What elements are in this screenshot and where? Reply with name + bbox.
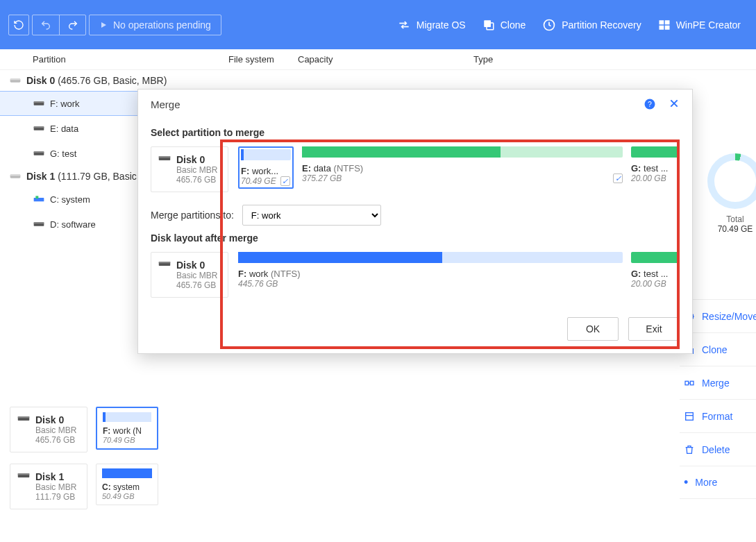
checkbox-f[interactable]: ✓: [280, 176, 290, 186]
bottom-disk0-card[interactable]: Disk 0 Basic MBR 465.76 GB: [10, 407, 87, 452]
disk-icon: [10, 77, 21, 84]
pending-ops-button[interactable]: No operations pending: [89, 15, 221, 35]
merge-to-label: Merge partitions to:: [151, 210, 234, 221]
refresh-icon: [13, 19, 24, 31]
redo-icon: [67, 19, 78, 31]
merge-part-e[interactable]: E: data (NTFS) 375.27 GB ✓: [302, 146, 623, 189]
clone-icon: [482, 19, 495, 31]
merge-part-g[interactable]: G: test ... 20.00 GB: [631, 146, 680, 189]
pie-chart-icon: [707, 153, 756, 209]
system-partition-icon: [33, 196, 44, 203]
action-delete[interactable]: Delete: [680, 432, 756, 466]
dialog-title: Merge: [151, 99, 180, 110]
disk-icon: [158, 154, 171, 162]
undo-icon: [40, 19, 51, 31]
disk-icon: [158, 260, 171, 268]
merge-icon: [684, 378, 695, 389]
svg-rect-34: [159, 156, 171, 158]
partition-icon: [33, 221, 44, 228]
disk-icon: [17, 471, 30, 480]
svg-rect-5: [659, 25, 664, 29]
svg-rect-25: [690, 381, 694, 384]
svg-rect-14: [34, 151, 44, 153]
after-disk-block: Disk 0 Basic MBR 465.76 GB F: work (NTFS…: [151, 252, 680, 298]
svg-rect-4: [664, 20, 669, 24]
after-part-g: G: test ... 20.00 GB: [631, 252, 680, 289]
disk-row-0[interactable]: Disk 0 (465.76 GB, Basic, MBR): [0, 70, 687, 91]
after-disk-summary: Disk 0 Basic MBR 465.76 GB: [151, 252, 228, 298]
svg-text:?: ?: [648, 100, 652, 108]
clone-button[interactable]: Clone: [476, 19, 533, 31]
exit-button[interactable]: Exit: [628, 317, 680, 341]
svg-rect-12: [34, 126, 44, 128]
close-icon[interactable]: [669, 98, 680, 109]
bottom-disk-layout: Disk 0 Basic MBR 465.76 GB F: work (N 70…: [10, 407, 158, 509]
svg-rect-30: [18, 473, 30, 475]
format-icon: [684, 411, 695, 422]
storage-pie: Total 70.49 GE: [707, 153, 756, 234]
recovery-icon: [542, 18, 556, 32]
svg-rect-28: [18, 416, 30, 418]
action-merge[interactable]: Merge: [680, 366, 756, 399]
after-layout-label: Disk layout after merge: [151, 232, 680, 244]
source-disk-summary: Disk 0 Basic MBR 465.76 GB: [151, 146, 228, 192]
svg-rect-8: [10, 78, 21, 80]
svg-rect-24: [685, 381, 689, 384]
svg-rect-16: [10, 174, 21, 176]
undo-button[interactable]: [33, 15, 59, 35]
after-part-f: F: work (NTFS) 445.76 GB: [238, 252, 623, 289]
col-partition[interactable]: Partition: [0, 54, 219, 65]
pending-ops-label: No operations pending: [113, 19, 211, 31]
play-icon: [99, 21, 108, 29]
column-headers: Partition File system Capacity Type: [0, 49, 756, 70]
svg-rect-10: [34, 101, 44, 103]
disk-icon: [10, 173, 21, 180]
select-partition-label: Select partition to merge: [151, 127, 680, 138]
disk-icon: [17, 414, 30, 423]
merge-dialog: Merge ? Select partition to merge Disk 0…: [137, 89, 693, 354]
col-type[interactable]: Type: [464, 54, 547, 65]
action-format[interactable]: Format: [680, 399, 756, 432]
svg-rect-36: [159, 262, 171, 263]
source-disk-block: Disk 0 Basic MBR 465.76 GB F: work... 70…: [151, 146, 680, 192]
svg-rect-26: [686, 412, 694, 420]
bullet-icon: •: [684, 476, 688, 489]
top-toolbar: No operations pending Migrate OS Clone P…: [0, 0, 756, 49]
migrate-icon: [397, 18, 411, 32]
merge-target-select[interactable]: F: work: [242, 205, 381, 226]
checkbox-e[interactable]: ✓: [613, 173, 623, 183]
winpe-creator-button[interactable]: WinPE Creator: [651, 19, 748, 31]
migrate-os-button[interactable]: Migrate OS: [390, 18, 473, 32]
partition-icon: [33, 125, 44, 132]
action-more[interactable]: • More: [680, 466, 756, 499]
svg-rect-18: [35, 196, 38, 198]
svg-rect-0: [484, 20, 491, 27]
col-capacity[interactable]: Capacity: [288, 54, 464, 65]
partition-icon: [33, 100, 44, 107]
svg-rect-20: [34, 222, 44, 223]
svg-rect-17: [34, 198, 44, 201]
bottom-disk1-card[interactable]: Disk 1 Basic MBR 111.79 GB: [10, 464, 87, 509]
merge-part-f[interactable]: F: work... 70.49 GE✓: [238, 146, 294, 189]
redo-button[interactable]: [59, 15, 85, 35]
windows-icon: [658, 19, 671, 31]
svg-rect-3: [659, 20, 664, 24]
refresh-button[interactable]: [8, 15, 29, 35]
undo-redo-group: [32, 15, 86, 35]
col-filesystem[interactable]: File system: [219, 54, 288, 65]
bottom-part-c[interactable]: C: system 50.49 GB: [96, 464, 158, 505]
help-icon[interactable]: ?: [644, 98, 656, 110]
bottom-part-f[interactable]: F: work (N 70.49 GB: [96, 407, 158, 450]
delete-icon: [684, 444, 695, 455]
svg-rect-6: [664, 25, 669, 29]
partition-recovery-button[interactable]: Partition Recovery: [535, 18, 648, 32]
partition-icon: [33, 150, 44, 157]
ok-button[interactable]: OK: [567, 317, 619, 341]
